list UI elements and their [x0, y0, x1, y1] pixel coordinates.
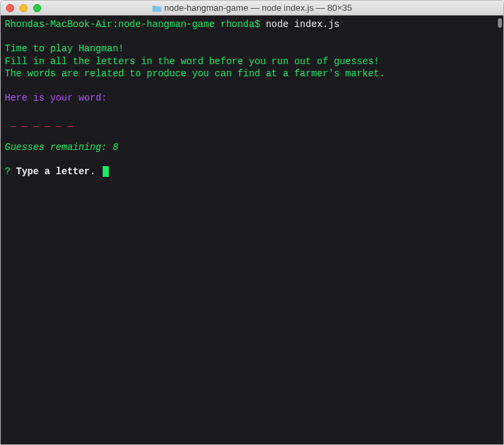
blank-line	[5, 104, 499, 116]
input-prompt-text: Type a letter.	[10, 166, 101, 177]
cursor	[103, 166, 109, 177]
scrollbar-thumb[interactable]	[498, 18, 502, 28]
shell-prompt-line: Rhondas-MacBook-Air:node-hangman-game rh…	[5, 18, 499, 30]
terminal-window: node-hangman-game — node index.js — 80×3…	[0, 0, 504, 445]
minimize-icon[interactable]	[20, 4, 28, 12]
blank-line	[5, 30, 499, 43]
blank-line	[5, 80, 499, 92]
close-icon[interactable]	[6, 4, 14, 12]
shell-prompt: Rhondas-MacBook-Air:node-hangman-game rh…	[5, 19, 260, 30]
blank-line	[5, 129, 499, 141]
window-controls	[6, 4, 41, 12]
guesses-count: 8	[113, 142, 118, 153]
blank-line	[5, 153, 499, 165]
window-title: node-hangman-game — node index.js — 80×3…	[164, 3, 352, 13]
input-prompt-line[interactable]: ? Type a letter.	[5, 165, 499, 178]
word-label: Here is your word:	[5, 92, 499, 104]
intro-line-3: The words are related to produce you can…	[5, 68, 499, 80]
maximize-icon[interactable]	[33, 4, 41, 12]
window-title-area: node-hangman-game — node index.js — 80×3…	[152, 3, 352, 13]
titlebar: node-hangman-game — node index.js — 80×3…	[1, 1, 503, 16]
shell-command: node index.js	[260, 19, 340, 30]
terminal-content[interactable]: Rhondas-MacBook-Air:node-hangman-game rh…	[1, 16, 503, 444]
intro-line-2: Fill in all the letters in the word befo…	[5, 55, 499, 68]
word-blanks: _ _ _ _ _ _	[5, 117, 499, 129]
guesses-line: Guesses remaining: 8	[5, 141, 499, 153]
guesses-label: Guesses remaining:	[5, 142, 113, 153]
intro-line-1: Time to play Hangman!	[5, 43, 499, 55]
folder-icon	[152, 4, 161, 11]
